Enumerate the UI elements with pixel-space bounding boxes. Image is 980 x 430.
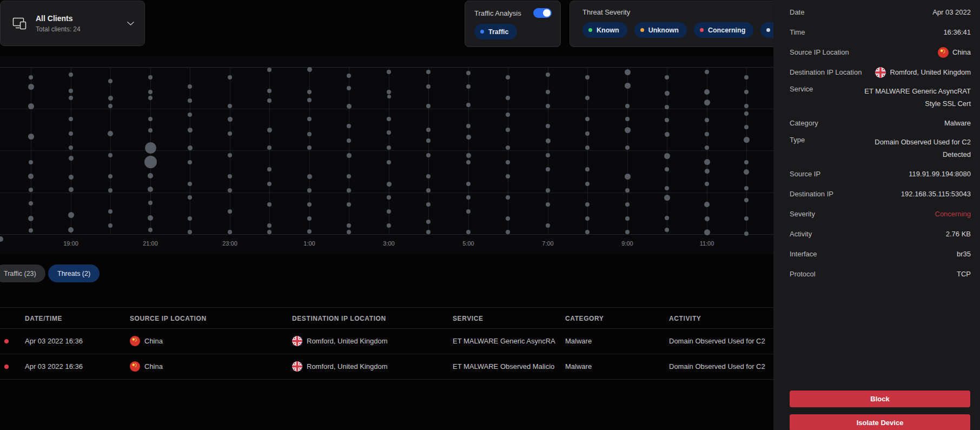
activity-dot[interactable]	[744, 137, 750, 143]
activity-dot[interactable]	[506, 195, 510, 200]
activity-dot[interactable]	[148, 90, 153, 94]
activity-dot[interactable]	[29, 160, 33, 164]
activity-dot[interactable]	[585, 182, 590, 186]
activity-dot[interactable]	[108, 153, 112, 157]
activity-dot[interactable]	[506, 174, 510, 178]
activity-dot[interactable]	[28, 84, 34, 90]
activity-dot[interactable]	[69, 117, 73, 121]
activity-dot[interactable]	[744, 90, 749, 94]
activity-dot[interactable]	[267, 230, 272, 234]
activity-dot[interactable]	[665, 216, 669, 220]
activity-dot[interactable]	[506, 230, 510, 234]
activity-dot[interactable]	[267, 98, 272, 103]
client-selector[interactable]: All Clients Total clients: 24	[0, 1, 145, 46]
activity-dot[interactable]	[148, 228, 153, 232]
activity-dot[interactable]	[625, 145, 630, 150]
activity-dot[interactable]	[69, 131, 73, 136]
activity-dot[interactable]	[228, 131, 232, 136]
activity-dot[interactable]	[108, 131, 113, 136]
activity-dot[interactable]	[307, 145, 312, 150]
filter-chip-known[interactable]: Known	[582, 22, 627, 38]
activity-dot[interactable]	[546, 188, 550, 193]
activity-dot[interactable]	[585, 202, 590, 207]
activity-dot[interactable]	[68, 227, 74, 233]
activity-dot[interactable]	[585, 145, 590, 150]
activity-dot[interactable]	[625, 117, 630, 121]
activity-dot[interactable]	[347, 86, 351, 90]
activity-dot[interactable]	[267, 223, 272, 228]
activity-dot[interactable]	[665, 91, 670, 96]
activity-dot[interactable]	[145, 142, 156, 154]
activity-dot[interactable]	[466, 160, 471, 164]
activity-dot[interactable]	[307, 98, 312, 102]
activity-dot[interactable]	[228, 104, 232, 108]
activity-dot[interactable]	[466, 103, 471, 107]
activity-dot[interactable]	[466, 230, 471, 234]
activity-dot[interactable]	[744, 104, 749, 108]
activity-dot[interactable]	[585, 75, 590, 80]
activity-dot[interactable]	[347, 202, 351, 207]
activity-dot[interactable]	[585, 230, 590, 234]
activity-dot[interactable]	[307, 229, 312, 234]
activity-dot[interactable]	[347, 104, 352, 109]
activity-dot[interactable]	[744, 169, 749, 175]
activity-dot[interactable]	[744, 198, 749, 202]
activity-dot[interactable]	[506, 145, 510, 150]
activity-dot[interactable]	[664, 153, 670, 159]
activity-dot[interactable]	[148, 173, 153, 178]
activity-dot[interactable]	[387, 70, 391, 74]
activity-dot[interactable]	[744, 231, 749, 236]
activity-dot[interactable]	[744, 216, 749, 221]
activity-dot[interactable]	[705, 145, 709, 150]
activity-dot[interactable]	[546, 202, 550, 207]
activity-dot[interactable]	[705, 216, 710, 221]
activity-dot[interactable]	[267, 68, 272, 72]
activity-dot[interactable]	[307, 90, 312, 94]
activity-dot[interactable]	[387, 145, 391, 150]
activity-dot[interactable]	[665, 228, 669, 232]
activity-dot[interactable]	[426, 84, 431, 89]
activity-dot[interactable]	[387, 90, 391, 94]
activity-dot[interactable]	[665, 105, 669, 109]
activity-dot[interactable]	[625, 83, 631, 89]
filter-chip-traffic[interactable]: Traffic	[474, 24, 517, 39]
activity-dot[interactable]	[705, 118, 709, 122]
activity-dot[interactable]	[188, 98, 192, 103]
activity-dot[interactable]	[426, 70, 431, 74]
activity-dot[interactable]	[506, 216, 510, 221]
activity-dot[interactable]	[29, 201, 33, 206]
activity-dot[interactable]	[267, 145, 272, 150]
activity-dot[interactable]	[665, 118, 669, 122]
activity-dot[interactable]	[625, 104, 630, 108]
activity-dot[interactable]	[625, 202, 630, 207]
activity-dot[interactable]	[347, 153, 352, 158]
activity-dot[interactable]	[188, 230, 192, 234]
activity-dot[interactable]	[28, 174, 34, 179]
block-button[interactable]: Block	[790, 391, 970, 407]
activity-dot[interactable]	[307, 188, 312, 193]
activity-dot[interactable]	[307, 132, 312, 136]
activity-dot[interactable]	[148, 96, 153, 100]
chevron-down-icon[interactable]	[127, 21, 135, 26]
activity-dot[interactable]	[546, 124, 550, 128]
activity-dot[interactable]	[69, 72, 73, 77]
activity-dot[interactable]	[108, 174, 112, 178]
activity-dot[interactable]	[704, 159, 710, 165]
activity-dot[interactable]	[188, 128, 193, 133]
activity-dot[interactable]	[705, 132, 709, 136]
activity-dot[interactable]	[228, 174, 232, 178]
activity-dot[interactable]	[307, 67, 312, 72]
filter-chip-concerning[interactable]: Concerning	[694, 22, 753, 38]
activity-dot[interactable]	[705, 182, 709, 186]
activity-dot[interactable]	[267, 128, 272, 133]
activity-dot[interactable]	[625, 216, 630, 221]
activity-dot[interactable]	[148, 75, 153, 80]
activity-dot[interactable]	[307, 174, 312, 179]
activity-dot[interactable]	[665, 132, 670, 137]
isolate-device-button[interactable]: Isolate Device	[790, 414, 970, 430]
filter-chip-unknown[interactable]: Unknown	[634, 22, 687, 38]
activity-dot[interactable]	[188, 160, 192, 164]
activity-dot[interactable]	[108, 96, 113, 101]
activity-dot[interactable]	[387, 117, 391, 121]
activity-dot[interactable]	[307, 216, 312, 221]
